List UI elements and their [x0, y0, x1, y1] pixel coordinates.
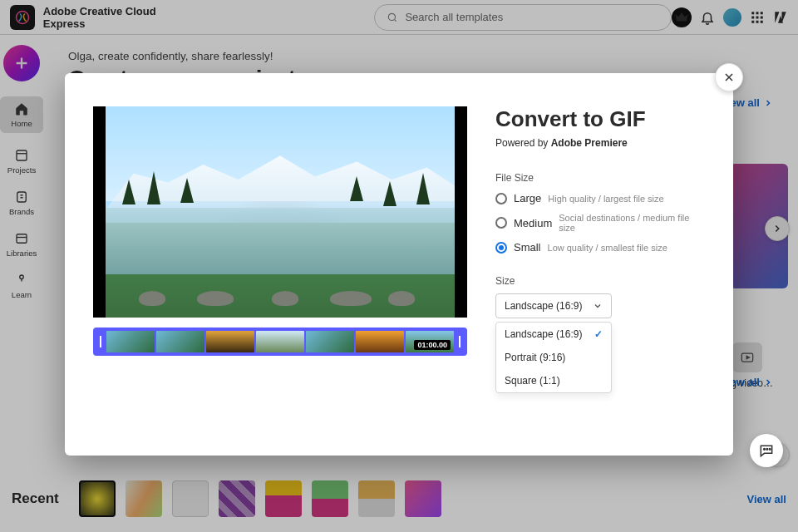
close-button[interactable]	[715, 63, 743, 91]
size-heading: Size	[495, 275, 705, 287]
size-option-label: Square (1:1)	[505, 375, 560, 387]
radio-icon	[495, 193, 507, 204]
powered-by: Powered by Adobe Premiere	[495, 137, 705, 149]
filesize-hint: Low quality / smallest file size	[548, 243, 667, 253]
timeline-thumb[interactable]	[306, 331, 354, 352]
modal-controls: Convert to GIF Powered by Adobe Premiere…	[495, 106, 705, 422]
video-frame[interactable]	[93, 106, 467, 318]
filesize-hint: High quality / largest file size	[548, 194, 663, 204]
size-dropdown: Landscape (16:9) ✓ Portrait (9:16) Squar…	[495, 322, 612, 393]
chevron-down-icon	[593, 301, 603, 311]
timeline-thumb[interactable]: 01:00.00	[406, 331, 454, 352]
close-icon	[722, 71, 736, 84]
filesize-heading: File Size	[495, 172, 705, 184]
chat-icon	[758, 442, 775, 459]
trim-handle-left[interactable]	[96, 331, 105, 352]
chat-fab[interactable]	[750, 434, 783, 467]
timeline-thumb[interactable]	[206, 331, 254, 352]
timeline-duration: 01:00.00	[414, 340, 451, 350]
size-option-square[interactable]: Square (1:1)	[496, 369, 611, 392]
modal-title: Convert to GIF	[495, 106, 705, 132]
timeline-thumb[interactable]	[356, 331, 404, 352]
powered-brand: Adobe Premiere	[551, 137, 628, 149]
filesize-label: Small	[514, 241, 541, 254]
timeline-thumb[interactable]	[156, 331, 204, 352]
filesize-hint: Social destinations / medium file size	[559, 213, 705, 233]
size-select[interactable]: Landscape (16:9)	[495, 293, 612, 318]
video-preview: 01:00.00	[93, 106, 467, 422]
filesize-label: Large	[514, 192, 541, 204]
size-option-label: Landscape (16:9)	[505, 328, 582, 340]
filesize-label: Medium	[514, 217, 552, 229]
timeline-thumb[interactable]	[106, 331, 155, 352]
filesize-option-small[interactable]: Small Low quality / smallest file size	[495, 241, 705, 254]
svg-point-20	[769, 449, 771, 451]
size-selected-value: Landscape (16:9)	[505, 300, 582, 312]
size-option-label: Portrait (9:16)	[505, 352, 565, 363]
video-still	[106, 106, 455, 318]
radio-icon	[495, 242, 507, 254]
radio-icon	[495, 217, 507, 229]
size-option-portrait[interactable]: Portrait (9:16)	[496, 346, 611, 369]
filesize-option-medium[interactable]: Medium Social destinations / medium file…	[495, 213, 705, 233]
timeline-thumb[interactable]	[256, 331, 304, 352]
filesize-option-large[interactable]: Large High quality / largest file size	[495, 192, 705, 204]
convert-to-gif-modal: 01:00.00 Convert to GIF Powered by Adobe…	[65, 73, 733, 456]
svg-point-19	[766, 449, 768, 451]
video-timeline[interactable]: 01:00.00	[93, 328, 467, 356]
svg-point-18	[764, 449, 766, 451]
size-option-landscape[interactable]: Landscape (16:9) ✓	[496, 323, 611, 346]
powered-prefix: Powered by	[495, 137, 551, 149]
trim-handle-right[interactable]	[456, 331, 464, 352]
check-icon: ✓	[594, 328, 603, 340]
